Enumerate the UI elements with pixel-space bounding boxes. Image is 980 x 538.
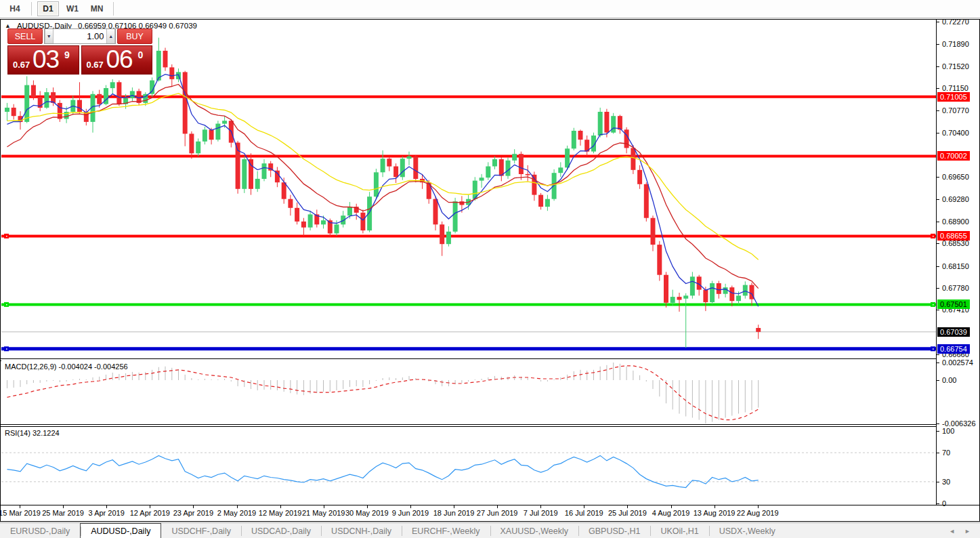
- volume-control: ▼ ▲: [44, 28, 116, 44]
- timeframe-button-w1[interactable]: W1: [62, 1, 83, 16]
- time-tick: [584, 505, 584, 508]
- time-tick: [20, 505, 20, 508]
- time-label: 25 Jul 2019: [608, 509, 647, 517]
- mt4-terminal: H4 D1 W1 MN 0.722700.718900.715200.71150…: [0, 0, 980, 538]
- macd-scale-tick: [937, 380, 939, 381]
- rsi-pane-canvas[interactable]: [1, 427, 936, 505]
- price-label: 0.72270: [942, 18, 969, 26]
- toolbar-separator: [31, 2, 32, 16]
- price-tick: [937, 66, 939, 67]
- time-label: 23 Apr 2019: [173, 509, 213, 517]
- macd-pane-canvas[interactable]: [1, 360, 936, 424]
- chart-tab-bar: EURUSD-,DailyAUDUSD-,DailyUSDCHF-,DailyU…: [0, 522, 980, 538]
- horizontal-line-object[interactable]: [1, 302, 936, 307]
- time-tick: [106, 505, 107, 508]
- tab-usdcad-daily[interactable]: USDCAD-,Daily: [241, 523, 321, 538]
- macd-scale-label: 0.00: [942, 376, 956, 384]
- time-label: 25 Mar 2019: [42, 509, 84, 517]
- time-label: 30 May 2019: [345, 509, 389, 517]
- tab-eurusd-daily[interactable]: EURUSD-,Daily: [0, 523, 80, 538]
- price-tick: [937, 133, 939, 133]
- buy-button[interactable]: BUY: [117, 28, 152, 44]
- rsi-scale-tick: [937, 453, 939, 453]
- price-tick: [937, 222, 939, 222]
- toolbar-separator: [113, 2, 114, 16]
- price-tick: [937, 22, 939, 22]
- price-tick: [937, 310, 939, 310]
- time-label: 2 May 2019: [217, 509, 256, 517]
- price-label: 0.69650: [942, 173, 969, 181]
- timeframe-button-mn[interactable]: MN: [86, 1, 108, 16]
- price-tick: [937, 177, 939, 178]
- current-price-badge: 0.67039: [937, 327, 970, 337]
- sell-button[interactable]: SELL: [7, 28, 43, 44]
- price-label: 0.70770: [942, 106, 969, 115]
- time-label: 22 Aug 2019: [737, 509, 779, 517]
- rsi-scale-tick: [937, 482, 939, 482]
- time-axis-line: [1, 505, 979, 505]
- time-tick: [671, 505, 672, 508]
- line-price-badge: 0.68655: [937, 231, 970, 241]
- rsi-scale-tick: [937, 431, 939, 432]
- time-tick: [454, 505, 454, 508]
- price-tick: [937, 88, 939, 89]
- price-axis[interactable]: 0.722700.718900.715200.711500.707700.704…: [936, 20, 979, 505]
- price-tick: [937, 243, 939, 244]
- candles-layer: [5, 38, 761, 348]
- volume-decrease-button[interactable]: ▼: [45, 29, 54, 43]
- time-label: 7 Jul 2019: [524, 509, 558, 517]
- tab-scroll-right-button[interactable]: ►: [964, 528, 971, 535]
- price-label: 0.69280: [942, 195, 969, 203]
- rsi-scale-label: 100: [942, 427, 954, 435]
- horizontal-line-object[interactable]: [1, 346, 936, 351]
- sell-price-box[interactable]: 0.67 03 9: [7, 45, 79, 75]
- time-tick: [150, 505, 150, 508]
- rsi-scale-label: 30: [942, 478, 950, 486]
- timeframe-button-d1[interactable]: D1: [37, 1, 59, 16]
- timeframe-toolbar: H4 D1 W1 MN: [0, 0, 980, 18]
- time-tick: [497, 505, 498, 508]
- tab-eurchf-weekly[interactable]: EURCHF-,Weekly: [402, 523, 490, 538]
- tab-xauusd-weekly[interactable]: XAUUSD-,Weekly: [490, 523, 578, 538]
- price-label: 0.71520: [942, 62, 969, 70]
- price-tick: [937, 110, 939, 111]
- time-tick: [715, 505, 715, 508]
- price-tick: [937, 288, 939, 289]
- time-tick: [540, 505, 541, 508]
- price-label: 0.71890: [942, 40, 969, 48]
- tab-audusd-daily[interactable]: AUDUSD-,Daily: [80, 523, 161, 538]
- macd-signal-line: [7, 366, 759, 420]
- rsi-scale-label: 0: [942, 499, 946, 508]
- buy-price-box[interactable]: 0.67 06 0: [81, 45, 153, 75]
- tab-scroll-controls: ◄►: [949, 523, 980, 538]
- time-label: 4 Aug 2019: [652, 509, 690, 517]
- time-label: 21 May 2019: [302, 509, 345, 517]
- tab-ukoil-h1[interactable]: UKOil-,H1: [650, 523, 708, 538]
- chart-window: 0.722700.718900.715200.711500.707700.704…: [0, 19, 980, 522]
- line-price-badge: 0.67501: [937, 299, 970, 309]
- volume-increase-button[interactable]: ▲: [106, 29, 115, 43]
- tab-scroll-left-button[interactable]: ◄: [949, 528, 955, 535]
- time-label: 12 Apr 2019: [130, 509, 170, 517]
- tab-gbpusd-h1[interactable]: GBPUSD-,H1: [578, 523, 650, 538]
- time-label: 18 Jun 2019: [433, 509, 475, 517]
- sell-price-prefix: 0.67: [13, 60, 30, 70]
- price-label: 0.70400: [942, 129, 969, 137]
- rsi-scale-label: 70: [942, 449, 950, 457]
- price-tick: [937, 266, 939, 267]
- time-tick: [324, 505, 324, 508]
- tab-usdchf-daily[interactable]: USDCHF-,Daily: [161, 523, 241, 538]
- time-label: 12 May 2019: [259, 509, 302, 517]
- horizontal-line-object[interactable]: [1, 234, 936, 239]
- timeframe-button-h4[interactable]: H4: [4, 1, 26, 16]
- volume-input[interactable]: [54, 29, 107, 43]
- tab-usdcnh-daily[interactable]: USDCNH-,Daily: [321, 523, 402, 538]
- one-click-trading-panel: SELL ▼ ▲ BUY 0.67 03 9 0.67 06 0: [7, 28, 152, 75]
- sell-price-pip: 9: [64, 49, 70, 60]
- time-label: 27 Jun 2019: [477, 509, 518, 517]
- time-tick: [280, 505, 281, 508]
- tab-usdx-weekly[interactable]: USDX-,Weekly: [709, 523, 786, 538]
- macd-scale-tick: [937, 363, 939, 363]
- line-price-badge: 0.70002: [937, 151, 970, 161]
- time-tick: [627, 505, 628, 508]
